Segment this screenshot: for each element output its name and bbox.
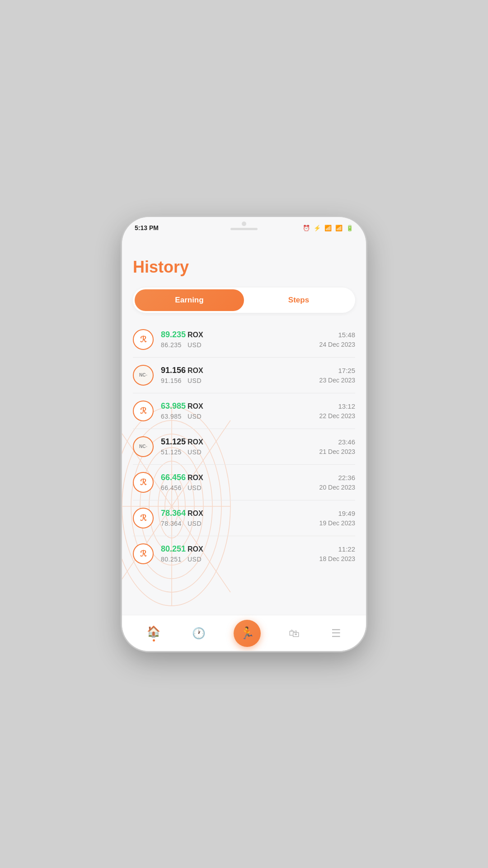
shop-icon: 🛍 bbox=[289, 627, 300, 640]
tx-details: 51.125 ROX 51.125 USD bbox=[161, 437, 319, 456]
tx-date: 18 Dec 2023 bbox=[319, 555, 355, 562]
tx-currency: ROX bbox=[188, 438, 203, 446]
nav-home[interactable]: 🏠 bbox=[143, 622, 164, 645]
tx-usd: 80.251 USD bbox=[161, 556, 202, 563]
tx-rox-icon: ℛ bbox=[133, 543, 154, 564]
status-icons: ⏰ ⚡ 📶 📶 🔋 bbox=[303, 225, 353, 231]
tx-rox-icon: ℛ bbox=[133, 329, 154, 350]
tx-currency: ROX bbox=[188, 545, 203, 553]
tx-time: 19:49 bbox=[319, 509, 355, 517]
tx-time: 15:48 bbox=[319, 331, 355, 339]
tx-time: 17:25 bbox=[319, 367, 355, 374]
tx-details: 80.251 ROX 80.251 USD bbox=[161, 544, 319, 563]
history-icon: 🕐 bbox=[192, 627, 206, 640]
transaction-item[interactable]: ℛ 78.364 ROX 78.364 USD 19:49 19 Dec 202… bbox=[133, 500, 355, 536]
nav-shop[interactable]: 🛍 bbox=[285, 623, 303, 643]
tx-time: 11:22 bbox=[319, 545, 355, 553]
tab-steps[interactable]: Steps bbox=[244, 289, 353, 311]
tx-usd: 66.456 USD bbox=[161, 484, 202, 491]
tx-date: 23 Dec 2023 bbox=[319, 377, 355, 384]
tx-date: 21 Dec 2023 bbox=[319, 448, 355, 455]
tx-currency: ROX bbox=[188, 331, 203, 339]
camera-dot bbox=[242, 222, 246, 226]
tx-amount: 80.251 bbox=[161, 544, 186, 554]
phone-screen: .spiral-line { fill: none; stroke: #f47a… bbox=[122, 217, 366, 651]
transaction-item[interactable]: ℛ 89.235 ROX 86.235 USD 15:48 24 Dec 202… bbox=[133, 322, 355, 358]
tx-time-col: 11:22 18 Dec 2023 bbox=[319, 545, 355, 563]
tx-date: 24 Dec 2023 bbox=[319, 341, 355, 348]
transaction-item[interactable]: NC◦ 91.156 ROX 91.156 USD 17:25 23 Dec 2… bbox=[133, 358, 355, 393]
menu-icon: ☰ bbox=[331, 627, 341, 640]
tx-date: 19 Dec 2023 bbox=[319, 519, 355, 527]
tx-time: 23:46 bbox=[319, 438, 355, 446]
tx-nc-icon: NC◦ bbox=[133, 436, 154, 457]
tx-details: 91.156 ROX 91.156 USD bbox=[161, 366, 319, 385]
tx-time-col: 19:49 19 Dec 2023 bbox=[319, 509, 355, 527]
tx-details: 89.235 ROX 86.235 USD bbox=[161, 330, 319, 349]
tx-currency: ROX bbox=[188, 474, 203, 482]
tx-usd: 91.156 USD bbox=[161, 377, 202, 384]
alarm-icon: ⏰ bbox=[303, 225, 310, 231]
tx-date: 22 Dec 2023 bbox=[319, 412, 355, 420]
tx-time: 13:12 bbox=[319, 402, 355, 410]
tx-rox-icon: ℛ bbox=[133, 401, 154, 421]
tx-rox-icon: ℛ bbox=[133, 508, 154, 528]
notch-area bbox=[230, 217, 258, 230]
transaction-list: ℛ 89.235 ROX 86.235 USD 15:48 24 Dec 202… bbox=[133, 322, 355, 571]
speaker-bar bbox=[230, 228, 258, 230]
transaction-item[interactable]: NC◦ 51.125 ROX 51.125 USD 23:46 21 Dec 2… bbox=[133, 429, 355, 465]
nav-history[interactable]: 🕐 bbox=[188, 623, 209, 643]
tx-amount: 91.156 bbox=[161, 366, 186, 375]
bluetooth-icon: ⚡ bbox=[314, 225, 321, 231]
tab-switcher: Earning Steps bbox=[133, 288, 355, 313]
transaction-item[interactable]: ℛ 66.456 ROX 66.456 USD 22:36 20 Dec 202… bbox=[133, 465, 355, 500]
nav-menu[interactable]: ☰ bbox=[328, 623, 345, 643]
nav-dot bbox=[153, 639, 155, 642]
tx-amount: 66.456 bbox=[161, 473, 186, 482]
nav-activity-center[interactable]: 🏃 bbox=[234, 620, 261, 647]
activity-icon: 🏃 bbox=[240, 626, 254, 640]
tx-date: 20 Dec 2023 bbox=[319, 484, 355, 491]
tx-usd: 78.364 USD bbox=[161, 520, 202, 527]
battery-icon: 🔋 bbox=[346, 225, 353, 231]
tx-rox-icon: ℛ bbox=[133, 472, 154, 493]
phone-frame: .spiral-line { fill: none; stroke: #f47a… bbox=[122, 217, 366, 651]
tx-time: 22:36 bbox=[319, 474, 355, 481]
tx-usd: 63.985 USD bbox=[161, 413, 202, 420]
tx-time-col: 22:36 20 Dec 2023 bbox=[319, 474, 355, 491]
transaction-item[interactable]: ℛ 63.985 ROX 63.985 USD 13:12 22 Dec 202… bbox=[133, 393, 355, 429]
wifi-icon: 📶 bbox=[324, 225, 332, 231]
transaction-item[interactable]: ℛ 80.251 ROX 80.251 USD 11:22 18 Dec 202… bbox=[133, 536, 355, 571]
tx-details: 63.985 ROX 63.985 USD bbox=[161, 401, 319, 420]
tx-time-col: 23:46 21 Dec 2023 bbox=[319, 438, 355, 456]
tx-usd: 51.125 USD bbox=[161, 448, 202, 456]
main-content: History Earning Steps ℛ 89.235 ROX 86.23… bbox=[122, 235, 366, 633]
tx-currency: ROX bbox=[188, 509, 203, 518]
tx-currency: ROX bbox=[188, 367, 203, 375]
tx-details: 66.456 ROX 66.456 USD bbox=[161, 473, 319, 492]
tx-amount: 78.364 bbox=[161, 509, 186, 518]
tx-currency: ROX bbox=[188, 402, 203, 410]
tx-amount: 63.985 bbox=[161, 401, 186, 411]
home-icon: 🏠 bbox=[147, 625, 160, 638]
signal-icon: 📶 bbox=[335, 225, 343, 231]
tx-time-col: 13:12 22 Dec 2023 bbox=[319, 402, 355, 420]
bottom-nav: 🏠 🕐 🏃 🛍 ☰ bbox=[122, 615, 366, 651]
tx-details: 78.364 ROX 78.364 USD bbox=[161, 509, 319, 528]
tx-amount: 51.125 bbox=[161, 437, 186, 447]
tx-usd: 86.235 USD bbox=[161, 341, 202, 349]
tx-amount: 89.235 bbox=[161, 330, 186, 340]
tx-time-col: 15:48 24 Dec 2023 bbox=[319, 331, 355, 349]
tx-time-col: 17:25 23 Dec 2023 bbox=[319, 367, 355, 384]
page-title: History bbox=[133, 258, 355, 277]
tx-nc-icon: NC◦ bbox=[133, 365, 154, 386]
status-time: 5:13 PM bbox=[135, 224, 159, 231]
tab-earning[interactable]: Earning bbox=[135, 289, 244, 311]
